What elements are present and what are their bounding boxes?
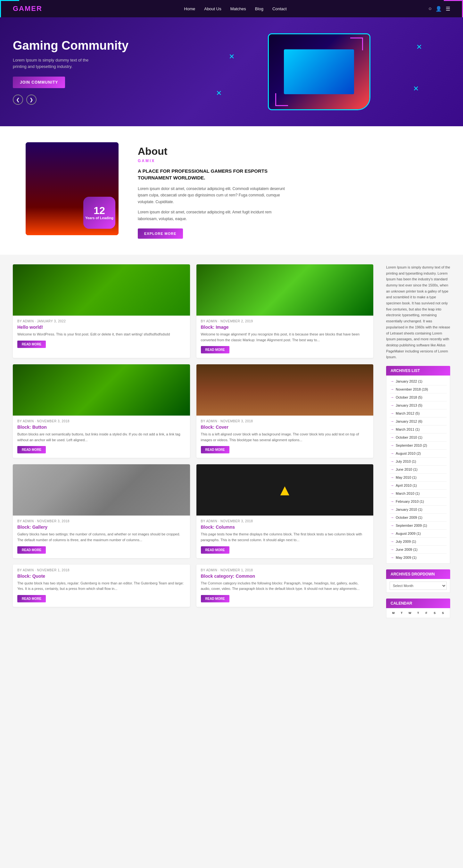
calendar-content: M T W T F S S	[386, 608, 450, 618]
post-title: Block category: Common	[201, 574, 369, 579]
about-brand-label: GAMIX	[138, 159, 437, 163]
arrow-icon: →	[390, 547, 394, 552]
read-more-button[interactable]: READ MORE	[17, 595, 46, 602]
hero-cross-1: ✕	[229, 53, 235, 61]
read-more-button[interactable]: READ MORE	[17, 546, 46, 554]
archive-list-item[interactable]: →January 2012 (6)	[390, 417, 447, 426]
cal-header-f: F	[423, 611, 430, 615]
post-body: BY ADMIN · NOVEMBER 2, 2019 Block: Image…	[196, 316, 374, 358]
archives-widget: Archives List →January 2022 (1)→November…	[386, 366, 450, 564]
nav-blog[interactable]: Blog	[255, 6, 264, 11]
hero-cross-4: ✕	[413, 85, 419, 93]
archive-item-label: February 2010 (1)	[396, 499, 424, 503]
archive-list-item[interactable]: →June 2009 (1)	[390, 546, 447, 554]
archive-item-label: July 2010 (1)	[396, 460, 416, 463]
archive-list-item[interactable]: →January 2010 (1)	[390, 506, 447, 514]
read-more-button[interactable]: READ MORE	[17, 446, 46, 454]
archive-list-item[interactable]: →August 2010 (2)	[390, 450, 447, 458]
archives-dropdown-select[interactable]: Select Month	[390, 582, 447, 590]
post-title: Block: Columns	[201, 525, 369, 530]
about-image-silhouette: 12 Years of Leading	[26, 142, 119, 235]
cal-header-s2: S	[439, 611, 447, 615]
badge-number: 12	[94, 206, 105, 216]
post-body: BY ADMIN · JANUARY 3, 2022 Hello world! …	[13, 316, 190, 352]
post-image	[196, 264, 374, 316]
archive-list-item[interactable]: →March 2011 (1)	[390, 426, 447, 434]
archive-list-item[interactable]: →June 2010 (1)	[390, 466, 447, 473]
archive-list-item[interactable]: →September 2010 (2)	[390, 441, 447, 450]
archive-list-item[interactable]: →May 2009 (1)	[390, 554, 447, 561]
hero-cross-3: ✕	[216, 89, 222, 97]
archive-item-label: July 2009 (1)	[396, 539, 416, 544]
nav-about[interactable]: About Us	[204, 6, 221, 11]
archive-item-label: May 2010 (1)	[396, 475, 416, 479]
post-image: ▲	[196, 464, 374, 516]
post-card: BY ADMIN · NOVEMBER 3, 2018 Block: Galle…	[13, 464, 190, 558]
post-title: Block: Quote	[17, 574, 186, 579]
hero-screen	[284, 49, 354, 94]
archive-item-label: March 2010 (1)	[396, 492, 420, 495]
archive-list-item[interactable]: →November 2018 (19)	[390, 385, 447, 394]
about-main-image: 12 Years of Leading	[26, 142, 119, 235]
hero-next-button[interactable]: ❯	[26, 95, 36, 105]
hero-content: Gaming Community Lorem Ipsum is simply d…	[13, 39, 210, 105]
post-meta: BY ADMIN · NOVEMBER 3, 2018	[201, 420, 369, 423]
search-icon[interactable]: ○	[428, 6, 432, 11]
read-more-button[interactable]: READ MORE	[201, 446, 229, 454]
post-excerpt: Welcome to WordPress. This is your first…	[17, 332, 186, 337]
archive-list-item[interactable]: →July 2009 (1)	[390, 538, 447, 546]
arrow-icon: →	[390, 467, 394, 472]
post-meta: BY ADMIN · NOVEMBER 3, 2018	[17, 519, 186, 523]
archive-item-label: August 2009 (1)	[396, 532, 421, 535]
hero-prev-button[interactable]: ❮	[13, 95, 23, 105]
about-title: About	[138, 146, 437, 157]
arrow-icon: →	[390, 387, 394, 392]
nav-home[interactable]: Home	[184, 6, 195, 11]
archive-list-item[interactable]: →March 2012 (5)	[390, 409, 447, 417]
sidebar-intro-text: Lorem Ipsum is simply dummy text of the …	[386, 264, 450, 360]
post-meta: BY ADMIN · JANUARY 3, 2022	[17, 319, 186, 323]
post-meta: BY ADMIN · NOVEMBER 3, 2018	[201, 519, 369, 523]
badge-text: Years of Leading	[85, 216, 114, 220]
archive-item-label: January 2012 (6)	[396, 420, 422, 423]
archives-dropdown-widget: Archives Dropdown Select Month	[386, 569, 450, 593]
archive-list-item[interactable]: →January 2013 (5)	[390, 401, 447, 409]
archive-list-item[interactable]: →April 2010 (1)	[390, 482, 447, 490]
frame-corner-tr	[350, 37, 363, 50]
arrow-icon: →	[390, 539, 394, 544]
join-community-button[interactable]: JOIN COMMUNITY	[13, 76, 65, 88]
archive-item-label: January 2022 (1)	[396, 379, 422, 383]
posts-grid: BY ADMIN · JANUARY 3, 2022 Hello world! …	[13, 264, 373, 607]
archive-item-label: June 2010 (1)	[396, 467, 418, 471]
read-more-button[interactable]: READ MORE	[201, 546, 229, 554]
archive-list-item[interactable]: →September 2009 (1)	[390, 522, 447, 530]
post-card: ▲ BY ADMIN · NOVEMBER 3, 2018 Block: Col…	[196, 464, 374, 558]
about-years-badge: 12 Years of Leading	[83, 197, 115, 229]
read-more-button[interactable]: READ MORE	[201, 346, 229, 353]
post-excerpt: Button blocks are not semantically butto…	[17, 432, 186, 443]
about-content: About GAMIX A PLACE FOR PROFESSIONAL GAM…	[138, 142, 437, 239]
read-more-button[interactable]: READ MORE	[17, 341, 46, 348]
explore-more-button[interactable]: EXPLORE MORE	[138, 228, 183, 239]
archive-list-item[interactable]: →October 2010 (1)	[390, 434, 447, 441]
post-title: Block: Gallery	[17, 525, 186, 530]
archive-list-item[interactable]: →August 2009 (1)	[390, 530, 447, 538]
arrow-icon: →	[390, 395, 394, 400]
arrow-icon: →	[390, 459, 394, 464]
archive-list-item[interactable]: →October 2009 (1)	[390, 514, 447, 522]
post-excerpt: This is a left aligned cover block with …	[201, 432, 369, 443]
nav-contact[interactable]: Contact	[272, 6, 287, 11]
archive-list-item[interactable]: →March 2010 (1)	[390, 490, 447, 498]
nav-matches[interactable]: Matches	[230, 6, 246, 11]
arrow-icon: →	[390, 435, 394, 440]
archive-list-item[interactable]: →July 2010 (1)	[390, 458, 447, 466]
archive-list-item[interactable]: →May 2010 (1)	[390, 473, 447, 482]
post-body: BY ADMIN · NOVEMBER 3, 2018 Block: Colum…	[196, 516, 374, 558]
archive-list-item[interactable]: →January 2022 (1)	[390, 377, 447, 385]
hero-title: Gaming Community	[13, 39, 210, 53]
archive-list-item[interactable]: →February 2010 (1)	[390, 498, 447, 506]
archive-list-item[interactable]: →October 2018 (5)	[390, 394, 447, 401]
post-body: BY ADMIN · NOVEMBER 3, 2018 Block: Cover…	[196, 415, 374, 458]
user-icon[interactable]: 👤	[435, 6, 442, 12]
read-more-button[interactable]: READ MORE	[201, 595, 229, 602]
